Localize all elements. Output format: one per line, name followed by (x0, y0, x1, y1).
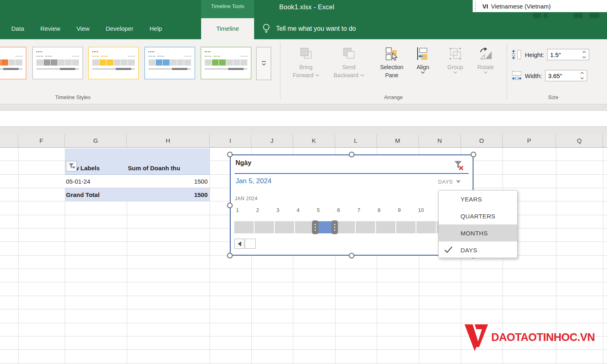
timeline-segment[interactable] (234, 221, 254, 233)
column-header-n[interactable]: N (419, 134, 461, 147)
timeline-segment[interactable] (295, 221, 314, 233)
resize-handle-w[interactable] (227, 203, 233, 208)
column-header-h[interactable]: H (127, 134, 210, 147)
dropdown-item-years[interactable]: YEARS (439, 190, 517, 207)
pivot-table: Row Labels Sum of Doanh thu 05-01-24 150… (65, 148, 210, 201)
timeline-day-labels: 1 2 3 4 5 6 7 8 9 10 (234, 207, 471, 215)
clear-filter-button[interactable] (453, 160, 464, 172)
pivot-filter-button[interactable] (66, 161, 77, 171)
column-header-p[interactable]: P (503, 134, 556, 147)
period-selector[interactable]: DAYS (438, 179, 461, 185)
timeline-segment[interactable] (275, 221, 294, 233)
timeline-segment[interactable] (416, 221, 436, 233)
selection-left-handle[interactable] (312, 220, 318, 234)
column-header-q[interactable]: Q (556, 134, 603, 147)
group-label-size: Size (507, 94, 600, 100)
period-dropdown-menu: YEARS QUARTERS MONTHS DAYS (438, 190, 518, 258)
gallery-more-button[interactable] (256, 47, 271, 80)
dropdown-item-quarters[interactable]: QUARTERS (439, 207, 517, 224)
watermark: DAOTAOTINHOC.VN (464, 324, 595, 351)
shape-height-icon (511, 49, 522, 60)
tab-view[interactable]: View (68, 18, 98, 39)
chevron-down-icon (484, 71, 488, 74)
tab-help[interactable]: Help (142, 18, 170, 39)
timeline-scroll-thumb[interactable] (245, 239, 256, 249)
pivot-header-row-labels-cell[interactable]: Row Labels (65, 148, 127, 174)
pivot-header-values-cell[interactable]: Sum of Doanh thu (127, 148, 210, 174)
clear-filter-icon (453, 160, 464, 171)
column-header-g[interactable]: G (65, 134, 127, 147)
formula-bar[interactable] (0, 111, 607, 127)
dropdown-item-months[interactable]: MONTHS (439, 224, 517, 241)
language-bar[interactable]: VI Vietnamese (Vietnam) (473, 0, 607, 12)
bring-forward-icon (299, 44, 313, 63)
pivot-row-value: 1500 (127, 178, 210, 185)
timeline-style-yellow[interactable] (88, 47, 139, 79)
resize-handle-ne[interactable] (471, 152, 476, 157)
timeline-segment[interactable] (255, 221, 274, 233)
timeline-selected-range: Jan 5, 2024 (236, 177, 272, 185)
height-spinner[interactable] (580, 49, 588, 60)
timeline-title: Ngày (236, 159, 251, 167)
rotate-button[interactable]: Rotate (469, 44, 502, 74)
tell-me-label: Tell me what you want to do (276, 25, 356, 32)
tab-timeline-active[interactable]: Timeline (201, 18, 254, 39)
group-label-arrange: Arrange (337, 94, 450, 100)
column-header-f[interactable]: F (18, 134, 65, 147)
tab-data[interactable]: Data (3, 18, 32, 39)
resize-handle-sw[interactable] (227, 253, 233, 258)
chevron-down-icon (421, 71, 425, 74)
chevron-down-icon (360, 74, 364, 76)
group-button[interactable]: Group (439, 44, 471, 74)
ribbon: Timeline Styles Bring Forward Send Backw… (0, 39, 607, 104)
document-title: Book1.xlsx - Excel (279, 4, 334, 11)
timeline-slicer[interactable]: Ngày Jan 5, 2024 DAYS JAN 2024 1 2 3 4 5… (230, 154, 473, 256)
spin-down-icon[interactable] (578, 76, 586, 81)
group-objects-icon (448, 44, 463, 63)
pivot-header-sum: Sum of Doanh thu (128, 165, 180, 171)
column-header-j[interactable]: J (251, 134, 293, 147)
column-header-k[interactable]: K (293, 134, 335, 147)
column-header-l[interactable]: L (335, 134, 377, 147)
pivot-grand-total-row[interactable]: Grand Total 1500 (65, 188, 210, 201)
resize-handle-n[interactable] (349, 152, 354, 157)
spin-up-icon[interactable] (578, 70, 586, 76)
timeline-style-gray[interactable] (32, 47, 83, 79)
day-label: 7 (357, 207, 360, 213)
resize-handle-nw[interactable] (227, 152, 233, 157)
language-name: Vietnamese (Vietnam) (491, 3, 551, 10)
context-tab-header: Timeline Tools (201, 0, 254, 18)
bring-forward-button[interactable]: Bring Forward (286, 44, 326, 79)
align-icon (416, 44, 430, 63)
timeline-segment[interactable] (376, 221, 395, 233)
drag-handle-icon[interactable] (475, 2, 479, 11)
timeline-scroll-left-button[interactable] (234, 239, 244, 249)
timeline-style-orange[interactable] (0, 47, 26, 79)
selection-right-handle[interactable] (331, 220, 338, 234)
tell-me-box[interactable]: Tell me what you want to do (262, 18, 356, 39)
tab-developer[interactable]: Developer (98, 18, 141, 39)
timeline-segment[interactable] (396, 221, 416, 233)
spin-up-icon[interactable] (580, 49, 588, 55)
selection-pane-button[interactable]: Selection Pane (371, 44, 412, 79)
timeline-track[interactable] (234, 220, 471, 234)
sheet-top-strip (0, 127, 607, 134)
dropdown-item-days[interactable]: DAYS (439, 241, 517, 258)
day-label: 2 (256, 207, 259, 213)
width-spinner[interactable] (578, 70, 586, 81)
column-header-i[interactable]: I (210, 134, 251, 147)
tab-review[interactable]: Review (32, 18, 68, 39)
column-header[interactable] (0, 134, 18, 147)
timeline-segment[interactable] (335, 221, 355, 233)
timeline-style-blue[interactable] (144, 47, 195, 79)
ribbon-tab-row: Data Review View Developer Help Timeline… (0, 18, 607, 39)
send-backward-button[interactable]: Send Backward (329, 44, 369, 79)
column-header-o[interactable]: O (461, 134, 503, 147)
spin-down-icon[interactable] (580, 55, 588, 60)
pivot-data-row[interactable]: 05-01-24 1500 (65, 175, 210, 188)
resize-handle-s[interactable] (349, 253, 354, 258)
column-header-m[interactable]: M (377, 134, 419, 147)
align-button[interactable]: Align (407, 44, 439, 74)
timeline-style-green[interactable] (201, 47, 251, 79)
timeline-segment[interactable] (356, 221, 375, 233)
